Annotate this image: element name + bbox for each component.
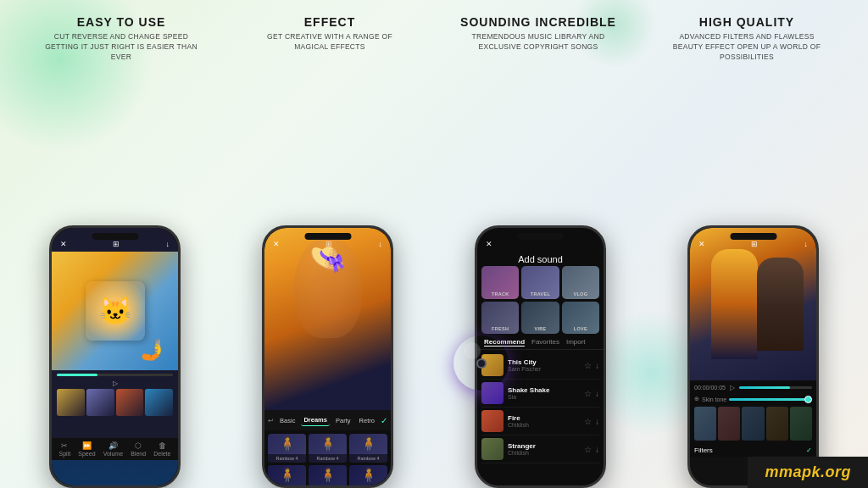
clip-3[interactable] xyxy=(116,389,144,416)
cd-hole xyxy=(476,358,487,369)
sound-cat-label-vlog: Vlog xyxy=(573,291,587,297)
clip-1[interactable] xyxy=(57,389,85,416)
phone-2-notch xyxy=(304,233,351,240)
sound-cat-track[interactable]: Track xyxy=(481,266,519,299)
phone-4: ✕ ⊞ ↓ 00:00/00:05 ▷ xyxy=(687,225,819,488)
silhouette-3: 🧍 xyxy=(360,435,377,452)
phone2-thumbnails: 🧍 Rainbow 4 🧍 Rainbow 4 🧍 Rainbow 4 xyxy=(264,430,391,485)
song-info-1: This City Sam Fischer xyxy=(508,358,580,372)
sound-cat-vlog[interactable]: Vlog xyxy=(562,266,599,299)
phone-2-screen: ✕ ⊞ ↓ 👒 ↩ Basic Dreams xyxy=(264,228,391,485)
song-add-3[interactable]: ↓ xyxy=(595,417,599,426)
filter-thumb-5[interactable] xyxy=(790,407,812,441)
phone1-main-image: 🐱 🤳 xyxy=(52,252,178,370)
phone-4-screen: ✕ ⊞ ↓ 00:00/00:05 ▷ xyxy=(690,228,816,485)
features-header: EASY TO USE CUT REVERSE AND CHANGE SPEED… xyxy=(0,0,868,69)
phone1-tab-blend[interactable]: ⬡Blend xyxy=(131,441,146,457)
song-add-2[interactable]: ↓ xyxy=(595,389,599,398)
phone3-tab-import[interactable]: Import xyxy=(566,338,586,347)
phone4-expand[interactable]: ⊞ xyxy=(751,240,758,248)
phone4-time-current: 00:00/00:05 xyxy=(694,385,726,391)
phone4-play[interactable]: ▷ xyxy=(730,384,735,391)
thumb-label-2: Rainbow 4 xyxy=(309,454,347,463)
phone3-close[interactable]: ✕ xyxy=(486,240,492,248)
thumb-4[interactable]: 🧍 Rainbow 4 xyxy=(268,465,306,485)
feature-title-easy: EASY TO USE xyxy=(77,15,166,29)
filter-thumb-4[interactable] xyxy=(766,407,788,441)
brand-website[interactable]: mmapk.org xyxy=(765,463,851,481)
filter-thumb-2[interactable] xyxy=(718,407,740,441)
sound-cat-travel[interactable]: Travel xyxy=(521,266,559,299)
feature-title-quality: HIGH QUALITY xyxy=(699,15,794,29)
phone4-download[interactable]: ↓ xyxy=(804,240,809,248)
woman-yellow-jacket xyxy=(711,249,758,359)
effect-tab-dreams[interactable]: Dreams xyxy=(301,414,330,426)
phone1-tab-delete[interactable]: 🗑Delete xyxy=(153,441,170,457)
song-art-4 xyxy=(481,438,504,460)
thumb-row-1: 🧍 Rainbow 4 🧍 Rainbow 4 🧍 Rainbow 4 xyxy=(268,434,387,463)
bottom-brand: mmapk.org xyxy=(748,457,868,488)
phone4-beauty-icon: ⊕ xyxy=(694,396,699,402)
phone-3-wrapper: ✕ Add sound Track Travel Vlog xyxy=(475,225,606,488)
phone1-bottom-bar: ✂Split ⏩Speed 🔊Volume ⬡Blend 🗑Delete xyxy=(52,438,178,460)
feature-easy-to-use: EASY TO USE CUT REVERSE AND CHANGE SPEED… xyxy=(19,15,223,63)
phone4-close[interactable]: ✕ xyxy=(698,240,705,248)
phone1-download[interactable]: ↓ xyxy=(166,240,170,248)
song-artist-4: Childish xyxy=(508,450,580,456)
phone1-close[interactable]: ✕ xyxy=(60,240,67,248)
phone3-tab-favorites[interactable]: Favorites xyxy=(531,338,559,347)
filter-thumb-3[interactable] xyxy=(742,407,764,441)
phone2-hat: 👒 xyxy=(309,241,347,276)
feature-title-effect: EFFECT xyxy=(304,15,355,29)
phone4-slider-knob[interactable] xyxy=(804,396,812,403)
thumb-3[interactable]: 🧍 Rainbow 4 xyxy=(349,434,387,463)
phone-1-screen: ✕ ⊞ ↓ 🐱 🤳 ▷ xyxy=(52,228,178,485)
thumb-1[interactable]: 🧍 Rainbow 4 xyxy=(268,434,306,463)
silhouette-2: 🧍 xyxy=(320,435,337,452)
timeline-progress xyxy=(57,374,173,376)
phone-1-wrapper: ✕ ⊞ ↓ 🐱 🤳 ▷ xyxy=(49,225,181,488)
feature-effect: EFFECT GET CREATIVE WITH A RANGE OF MAGI… xyxy=(228,15,431,63)
thumb-label-3: Rainbow 4 xyxy=(349,454,387,463)
effects-check[interactable]: ✓ xyxy=(381,416,387,425)
thumb-row-2: 🧍 Rainbow 4 🧍 Rainbow 5 🧍 ... xyxy=(268,465,387,485)
effect-tab-retro[interactable]: Retro xyxy=(357,415,377,426)
thumb-6[interactable]: 🧍 ... xyxy=(349,465,387,485)
thumb-5[interactable]: 🧍 Rainbow 5 xyxy=(309,465,347,485)
clip-4[interactable] xyxy=(145,389,173,416)
effect-tab-party[interactable]: Party xyxy=(333,415,353,426)
phone3-title: Add sound xyxy=(477,252,604,266)
phone1-tab-split[interactable]: ✂Split xyxy=(59,441,71,457)
sound-cat-label-travel: Travel xyxy=(531,291,550,297)
song-fav-4[interactable]: ☆ xyxy=(584,445,592,454)
filter-thumb-1[interactable] xyxy=(694,407,716,441)
clip-2[interactable] xyxy=(86,389,114,416)
thumb-2[interactable]: 🧍 Rainbow 4 xyxy=(309,434,347,463)
phone1-expand[interactable]: ⊞ xyxy=(113,240,120,248)
phone4-slider[interactable] xyxy=(739,386,812,389)
phone-4-wrapper: ✕ ⊞ ↓ 00:00/00:05 ▷ xyxy=(687,225,819,488)
song-fav-1[interactable]: ☆ xyxy=(584,361,592,370)
phone4-filters-text: Filters xyxy=(694,446,713,454)
phones-section: ✕ ⊞ ↓ 🐱 🤳 ▷ xyxy=(0,69,868,488)
phone-1: ✕ ⊞ ↓ 🐱 🤳 ▷ xyxy=(49,225,181,488)
sound-cat-fresh[interactable]: Fresh xyxy=(481,302,519,335)
song-add-1[interactable]: ↓ xyxy=(595,361,599,370)
phone-2: ✕ ⊞ ↓ 👒 ↩ Basic Dreams xyxy=(262,225,393,488)
phone1-tab-volume[interactable]: 🔊Volume xyxy=(103,441,123,457)
phone4-filters-label: Filters ✓ xyxy=(690,444,816,457)
phone4-check[interactable]: ✓ xyxy=(806,446,812,454)
sound-cat-love[interactable]: Love xyxy=(562,302,599,335)
song-fav-2[interactable]: ☆ xyxy=(584,389,592,398)
song-add-4[interactable]: ↓ xyxy=(595,445,599,454)
effect-tab-basic[interactable]: Basic xyxy=(277,415,298,426)
song-fav-3[interactable]: ☆ xyxy=(584,417,592,426)
silhouette-6: 🧍 xyxy=(360,467,377,483)
feature-desc-effect: GET CREATIVE WITH A RANGE OF MAGICAL EFF… xyxy=(253,32,406,53)
sound-cat-vibe[interactable]: Vibe xyxy=(521,302,559,335)
song-item-3: Fire Childish ☆ ↓ xyxy=(481,408,599,435)
phone1-timeline: ▷ xyxy=(52,370,178,438)
timeline-play-btn[interactable]: ▷ xyxy=(57,380,173,387)
phone1-tab-speed[interactable]: ⏩Speed xyxy=(78,441,95,457)
effects-back[interactable]: ↩ xyxy=(268,417,274,424)
